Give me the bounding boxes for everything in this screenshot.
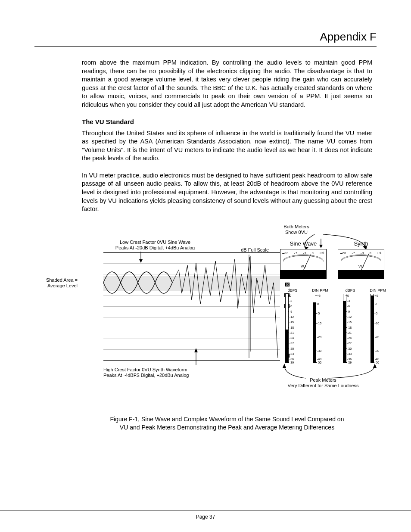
curve-arrows-bottom-icon bbox=[276, 364, 388, 381]
bar-meter-sine-dbfs: dBFS 0 -3 -6 -9 -12 -15 -18 -21 -24 -27 … bbox=[282, 294, 303, 363]
svg-marker-8 bbox=[304, 246, 308, 250]
bar-meter-sine-din: DIN PPM +5 0 -5 -10 -20 -30 -40 -50 bbox=[309, 294, 331, 363]
paragraph-1: room above the maximum PPM indication. B… bbox=[82, 59, 372, 109]
vu-meter-sine: – + -20-7-30+3 VU bbox=[280, 249, 327, 279]
vu-meter-synth: – + -20-7-30+3 VU bbox=[338, 249, 384, 279]
body-text: room above the maximum PPM indication. B… bbox=[82, 59, 372, 431]
paragraph-3: In VU meter practice, audio electronics … bbox=[82, 171, 372, 214]
label-low-crest: Low Crest Factor 0VU Sine Wave Peaks At … bbox=[99, 240, 211, 252]
svg-marker-11 bbox=[373, 364, 377, 368]
label-shaded-area: Shaded Area = Average Level bbox=[30, 277, 78, 289]
page-header: Appendix F bbox=[34, 30, 377, 47]
page-footer: Page 37 bbox=[0, 510, 411, 520]
waveform-plot: -20 -27 10 -27 -20 -4 bbox=[103, 252, 280, 360]
svg-marker-10 bbox=[283, 364, 286, 368]
appendix-title: Appendix F bbox=[34, 30, 377, 44]
paragraph-2: Throughout the United States and its sph… bbox=[82, 129, 372, 163]
arrow-up-icon bbox=[193, 348, 199, 365]
figure-f1: Both Meters Show 0VU Low Crest Factor 0V… bbox=[82, 227, 372, 408]
bar-meter-synth-dbfs: dBFS 0 -3 -6 -9 -12 -15 -18 -21 -24 -27 … bbox=[339, 294, 361, 363]
svg-marker-5 bbox=[194, 348, 198, 352]
label-synth: Synth bbox=[338, 240, 384, 247]
section-heading-vu-standard: The VU Standard bbox=[82, 118, 372, 126]
figure-caption: Figure F-1, Sine Wave and Complex Wavefo… bbox=[108, 415, 346, 432]
waveform-svg bbox=[103, 252, 280, 360]
label-high-crest: High Crest Factor 0VU Synth Waveform Pea… bbox=[103, 367, 228, 379]
bar-meter-synth-din: DIN PPM +5 0 -5 -10 -20 -30 -40 -50 bbox=[367, 294, 389, 363]
page-number: Page 37 bbox=[196, 514, 215, 520]
